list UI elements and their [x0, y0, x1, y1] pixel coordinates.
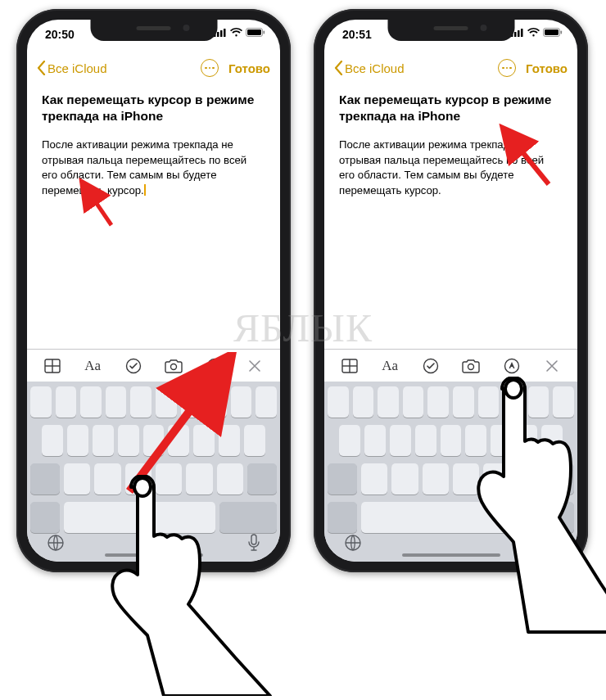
- battery-icon: [246, 28, 265, 37]
- chevron-left-icon: [334, 61, 343, 75]
- camera-icon: [165, 359, 183, 373]
- svg-point-11: [171, 364, 177, 369]
- svg-rect-3: [224, 29, 226, 37]
- mic-icon: [247, 534, 260, 552]
- svg-rect-18: [521, 29, 523, 37]
- text-format-button[interactable]: Aa: [379, 355, 400, 377]
- note-title: Как перемещать курсор в режиме трекпада …: [339, 92, 563, 124]
- phone-right: 20:51 Все iCloud Готово Как перемещать к…: [314, 9, 588, 572]
- notch: [90, 20, 217, 41]
- watermark: ЯБЛЫК: [233, 305, 373, 350]
- screen: 20:51 Все iCloud Готово Как перемещать к…: [324, 20, 577, 562]
- status-icons: [214, 28, 265, 37]
- note-title: Как перемещать курсор в режиме трекпада …: [42, 92, 265, 124]
- note-text: После активации режима трекпада не отрыв…: [339, 138, 563, 198]
- keyboard-trackpad[interactable]: [324, 382, 577, 562]
- checklist-icon: [423, 358, 439, 374]
- camera-icon: [462, 359, 480, 373]
- camera-button[interactable]: [163, 355, 184, 377]
- checklist-button[interactable]: [420, 355, 441, 377]
- markup-button[interactable]: [501, 355, 522, 377]
- back-button[interactable]: Все iCloud: [37, 61, 107, 75]
- text-cursor: [144, 184, 146, 196]
- back-button[interactable]: Все iCloud: [334, 61, 405, 75]
- svg-rect-29: [549, 535, 554, 544]
- globe-icon: [47, 534, 65, 552]
- table-button[interactable]: [42, 355, 63, 377]
- close-icon: [248, 359, 261, 373]
- format-toolbar: Aa: [324, 349, 577, 382]
- note-editor[interactable]: Как перемещать курсор в режиме трекпада …: [324, 92, 577, 198]
- keyboard-trackpad[interactable]: [27, 382, 280, 562]
- markup-button[interactable]: [204, 355, 225, 377]
- svg-rect-17: [518, 30, 520, 37]
- svg-rect-1: [217, 32, 219, 37]
- globe-button[interactable]: [344, 534, 362, 555]
- table-button[interactable]: [339, 355, 360, 377]
- chevron-left-icon: [37, 61, 46, 75]
- globe-icon: [344, 534, 362, 552]
- more-icon: [502, 67, 512, 70]
- svg-rect-6: [264, 31, 265, 34]
- dictation-button[interactable]: [247, 534, 260, 555]
- svg-point-26: [468, 364, 474, 369]
- note-text: После активации режима трекпада не отрыв…: [42, 138, 265, 198]
- more-button[interactable]: [498, 59, 516, 77]
- notch: [387, 20, 514, 41]
- close-toolbar-button[interactable]: [244, 355, 265, 377]
- phone-left: 20:50 Все iCloud Готово Как перемещать к…: [16, 9, 291, 572]
- table-icon: [341, 359, 358, 373]
- svg-rect-14: [251, 535, 256, 544]
- more-button[interactable]: [201, 59, 219, 77]
- status-time: 20:51: [342, 28, 372, 41]
- markup-icon: [504, 358, 520, 374]
- svg-rect-2: [220, 30, 223, 37]
- more-icon: [205, 67, 215, 70]
- markup-icon: [206, 358, 223, 374]
- back-label: Все iCloud: [47, 61, 107, 75]
- checklist-button[interactable]: [123, 355, 144, 377]
- close-toolbar-button[interactable]: [541, 355, 563, 377]
- camera-button[interactable]: [460, 355, 482, 377]
- done-button[interactable]: Готово: [228, 61, 270, 75]
- text-format-button[interactable]: Aa: [82, 355, 103, 377]
- svg-rect-20: [545, 29, 559, 35]
- close-icon: [545, 359, 559, 373]
- wifi-icon: [527, 28, 540, 37]
- nav-bar: Все iCloud Готово: [324, 52, 577, 84]
- svg-rect-21: [561, 31, 563, 34]
- nav-bar: Все iCloud Готово: [27, 52, 280, 84]
- screen: 20:50 Все iCloud Готово Как перемещать к…: [27, 20, 280, 562]
- globe-button[interactable]: [47, 534, 65, 555]
- status-icons: [511, 28, 563, 37]
- done-button[interactable]: Готово: [526, 61, 568, 75]
- battery-icon: [543, 28, 563, 37]
- svg-rect-5: [247, 29, 261, 35]
- mic-icon: [545, 534, 558, 552]
- wifi-icon: [230, 28, 242, 37]
- home-indicator[interactable]: [105, 553, 203, 557]
- svg-rect-16: [514, 32, 517, 37]
- status-time: 20:50: [45, 28, 75, 41]
- format-toolbar: Aa: [27, 349, 280, 382]
- note-editor[interactable]: Как перемещать курсор в режиме трекпада …: [27, 92, 280, 198]
- home-indicator[interactable]: [402, 553, 500, 557]
- dictation-button[interactable]: [545, 534, 558, 555]
- checklist-icon: [125, 358, 142, 374]
- table-icon: [44, 359, 61, 373]
- back-label: Все iCloud: [345, 61, 405, 75]
